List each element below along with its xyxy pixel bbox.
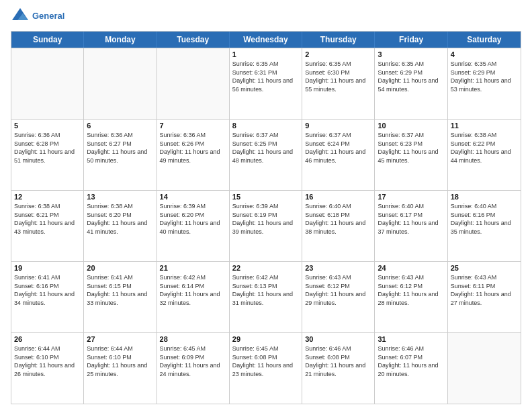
day-info: Sunrise: 6:40 AM Sunset: 6:16 PM Dayligh… xyxy=(451,202,518,236)
day-number: 8 xyxy=(232,122,299,130)
calendar-day-24: 24Sunrise: 6:43 AM Sunset: 6:12 PM Dayli… xyxy=(375,262,447,332)
calendar-day-empty xyxy=(448,333,521,404)
logo: General xyxy=(11,7,64,26)
calendar-day-1: 1Sunrise: 6:35 AM Sunset: 6:31 PM Daylig… xyxy=(230,48,302,119)
day-header-thursday: Thursday xyxy=(302,32,375,48)
calendar-week-4: 19Sunrise: 6:41 AM Sunset: 6:16 PM Dayli… xyxy=(11,261,521,332)
day-info: Sunrise: 6:37 AM Sunset: 6:25 PM Dayligh… xyxy=(232,131,299,165)
day-info: Sunrise: 6:42 AM Sunset: 6:13 PM Dayligh… xyxy=(232,273,299,307)
day-info: Sunrise: 6:45 AM Sunset: 6:09 PM Dayligh… xyxy=(160,345,226,378)
day-number: 13 xyxy=(87,193,153,201)
day-info: Sunrise: 6:35 AM Sunset: 6:29 PM Dayligh… xyxy=(378,60,444,93)
day-info: Sunrise: 6:40 AM Sunset: 6:18 PM Dayligh… xyxy=(305,202,371,236)
day-info: Sunrise: 6:41 AM Sunset: 6:16 PM Dayligh… xyxy=(14,273,81,307)
day-info: Sunrise: 6:35 AM Sunset: 6:31 PM Dayligh… xyxy=(232,60,299,93)
calendar-day-2: 2Sunrise: 6:35 AM Sunset: 6:30 PM Daylig… xyxy=(302,48,375,119)
day-info: Sunrise: 6:43 AM Sunset: 6:11 PM Dayligh… xyxy=(451,273,518,307)
day-number: 4 xyxy=(451,50,518,58)
day-info: Sunrise: 6:46 AM Sunset: 6:08 PM Dayligh… xyxy=(305,345,371,378)
calendar-day-23: 23Sunrise: 6:43 AM Sunset: 6:12 PM Dayli… xyxy=(302,262,375,332)
day-info: Sunrise: 6:42 AM Sunset: 6:14 PM Dayligh… xyxy=(160,273,226,307)
calendar-body: 1Sunrise: 6:35 AM Sunset: 6:31 PM Daylig… xyxy=(11,48,521,404)
day-info: Sunrise: 6:38 AM Sunset: 6:22 PM Dayligh… xyxy=(451,131,518,165)
day-number: 31 xyxy=(378,335,444,343)
day-number: 14 xyxy=(160,193,226,201)
day-header-saturday: Saturday xyxy=(448,32,521,48)
calendar-week-3: 12Sunrise: 6:38 AM Sunset: 6:21 PM Dayli… xyxy=(11,190,521,261)
day-info: Sunrise: 6:36 AM Sunset: 6:28 PM Dayligh… xyxy=(14,131,81,165)
calendar-day-9: 9Sunrise: 6:37 AM Sunset: 6:24 PM Daylig… xyxy=(302,120,375,190)
logo-icon xyxy=(11,7,30,26)
day-header-friday: Friday xyxy=(375,32,447,48)
calendar-day-16: 16Sunrise: 6:40 AM Sunset: 6:18 PM Dayli… xyxy=(302,191,375,261)
calendar-day-10: 10Sunrise: 6:37 AM Sunset: 6:23 PM Dayli… xyxy=(375,120,447,190)
day-info: Sunrise: 6:43 AM Sunset: 6:12 PM Dayligh… xyxy=(305,273,371,307)
day-number: 18 xyxy=(451,193,518,201)
calendar-day-6: 6Sunrise: 6:36 AM Sunset: 6:27 PM Daylig… xyxy=(84,120,157,190)
calendar-day-12: 12Sunrise: 6:38 AM Sunset: 6:21 PM Dayli… xyxy=(11,191,84,261)
calendar-week-2: 5Sunrise: 6:36 AM Sunset: 6:28 PM Daylig… xyxy=(11,119,521,190)
day-info: Sunrise: 6:45 AM Sunset: 6:08 PM Dayligh… xyxy=(232,345,299,378)
calendar-day-25: 25Sunrise: 6:43 AM Sunset: 6:11 PM Dayli… xyxy=(448,262,521,332)
day-info: Sunrise: 6:36 AM Sunset: 6:27 PM Dayligh… xyxy=(87,131,153,165)
calendar-day-18: 18Sunrise: 6:40 AM Sunset: 6:16 PM Dayli… xyxy=(448,191,521,261)
calendar-day-3: 3Sunrise: 6:35 AM Sunset: 6:29 PM Daylig… xyxy=(375,48,447,119)
calendar-day-22: 22Sunrise: 6:42 AM Sunset: 6:13 PM Dayli… xyxy=(230,262,302,332)
day-number: 11 xyxy=(451,122,518,130)
calendar-day-8: 8Sunrise: 6:37 AM Sunset: 6:25 PM Daylig… xyxy=(230,120,302,190)
calendar-day-21: 21Sunrise: 6:42 AM Sunset: 6:14 PM Dayli… xyxy=(157,262,230,332)
day-number: 20 xyxy=(87,264,153,272)
day-number: 27 xyxy=(87,335,153,343)
day-info: Sunrise: 6:36 AM Sunset: 6:26 PM Dayligh… xyxy=(160,131,226,165)
day-number: 2 xyxy=(305,50,371,58)
day-info: Sunrise: 6:37 AM Sunset: 6:23 PM Dayligh… xyxy=(378,131,444,165)
day-number: 25 xyxy=(451,264,518,272)
day-number: 21 xyxy=(160,264,226,272)
calendar-day-26: 26Sunrise: 6:44 AM Sunset: 6:10 PM Dayli… xyxy=(11,333,84,404)
day-number: 5 xyxy=(14,122,81,130)
day-info: Sunrise: 6:40 AM Sunset: 6:17 PM Dayligh… xyxy=(378,202,444,236)
day-number: 22 xyxy=(232,264,299,272)
day-info: Sunrise: 6:38 AM Sunset: 6:20 PM Dayligh… xyxy=(87,202,153,236)
day-number: 23 xyxy=(305,264,371,272)
calendar-day-28: 28Sunrise: 6:45 AM Sunset: 6:09 PM Dayli… xyxy=(157,333,230,404)
day-header-tuesday: Tuesday xyxy=(157,32,230,48)
calendar-week-1: 1Sunrise: 6:35 AM Sunset: 6:31 PM Daylig… xyxy=(11,48,521,119)
day-header-monday: Monday xyxy=(84,32,157,48)
day-number: 19 xyxy=(14,264,81,272)
day-number: 30 xyxy=(305,335,371,343)
day-number: 12 xyxy=(14,193,81,201)
day-number: 9 xyxy=(305,122,371,130)
day-number: 10 xyxy=(378,122,444,130)
day-info: Sunrise: 6:39 AM Sunset: 6:19 PM Dayligh… xyxy=(232,202,299,236)
day-info: Sunrise: 6:44 AM Sunset: 6:10 PM Dayligh… xyxy=(14,345,81,378)
calendar-day-5: 5Sunrise: 6:36 AM Sunset: 6:28 PM Daylig… xyxy=(11,120,84,190)
calendar-day-30: 30Sunrise: 6:46 AM Sunset: 6:08 PM Dayli… xyxy=(302,333,375,404)
day-info: Sunrise: 6:39 AM Sunset: 6:20 PM Dayligh… xyxy=(160,202,226,236)
calendar-week-5: 26Sunrise: 6:44 AM Sunset: 6:10 PM Dayli… xyxy=(11,332,521,404)
calendar-page: General SundayMondayTuesdayWednesdayThur… xyxy=(0,0,532,411)
day-number: 16 xyxy=(305,193,371,201)
day-number: 29 xyxy=(232,335,299,343)
calendar-day-27: 27Sunrise: 6:44 AM Sunset: 6:10 PM Dayli… xyxy=(84,333,157,404)
day-info: Sunrise: 6:38 AM Sunset: 6:21 PM Dayligh… xyxy=(14,202,81,236)
calendar-day-20: 20Sunrise: 6:41 AM Sunset: 6:15 PM Dayli… xyxy=(84,262,157,332)
calendar-day-7: 7Sunrise: 6:36 AM Sunset: 6:26 PM Daylig… xyxy=(157,120,230,190)
day-header-sunday: Sunday xyxy=(11,32,84,48)
calendar-day-11: 11Sunrise: 6:38 AM Sunset: 6:22 PM Dayli… xyxy=(448,120,521,190)
day-info: Sunrise: 6:43 AM Sunset: 6:12 PM Dayligh… xyxy=(378,273,444,307)
day-number: 6 xyxy=(87,122,153,130)
calendar-day-13: 13Sunrise: 6:38 AM Sunset: 6:20 PM Dayli… xyxy=(84,191,157,261)
day-number: 7 xyxy=(160,122,226,130)
header: General xyxy=(11,7,521,26)
calendar-day-empty xyxy=(11,48,84,119)
day-header-wednesday: Wednesday xyxy=(230,32,302,48)
calendar-day-4: 4Sunrise: 6:35 AM Sunset: 6:29 PM Daylig… xyxy=(448,48,521,119)
calendar-day-15: 15Sunrise: 6:39 AM Sunset: 6:19 PM Dayli… xyxy=(230,191,302,261)
day-info: Sunrise: 6:46 AM Sunset: 6:07 PM Dayligh… xyxy=(378,345,444,378)
day-info: Sunrise: 6:41 AM Sunset: 6:15 PM Dayligh… xyxy=(87,273,153,307)
day-info: Sunrise: 6:35 AM Sunset: 6:29 PM Dayligh… xyxy=(451,60,518,93)
day-number: 1 xyxy=(232,50,299,58)
day-number: 17 xyxy=(378,193,444,201)
day-number: 24 xyxy=(378,264,444,272)
